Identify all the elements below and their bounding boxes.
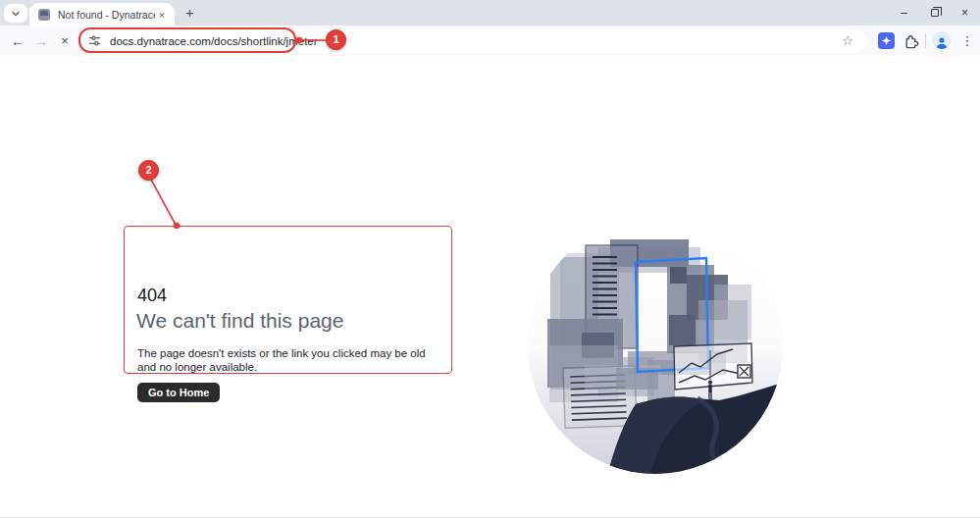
404-illustration xyxy=(523,216,788,481)
restore-icon xyxy=(931,9,939,17)
browser-menu-button[interactable]: ⋮ xyxy=(959,30,975,52)
sparkle-icon xyxy=(881,35,892,46)
profile-avatar[interactable] xyxy=(933,31,951,49)
toolbar-divider xyxy=(925,33,926,48)
window-controls: – × xyxy=(889,0,980,26)
dynatrace-favicon xyxy=(38,9,50,21)
site-settings-icon[interactable] xyxy=(88,34,101,47)
chevron-down-icon xyxy=(11,9,21,19)
tab-title: Not found - Dynatrace Docs xyxy=(58,9,155,21)
close-window-button[interactable]: × xyxy=(950,0,980,26)
tab-strip: Not found - Dynatrace Docs × + – × xyxy=(0,0,980,26)
bookmark-icon[interactable]: ☆ xyxy=(842,33,853,48)
forward-button[interactable]: → xyxy=(30,30,52,52)
back-button[interactable]: ← xyxy=(7,30,28,52)
extensions-menu-button[interactable] xyxy=(903,32,919,49)
address-bar[interactable]: docs.dynatrace.com/docs/shortlink/jmeter… xyxy=(78,28,865,53)
extension-button[interactable] xyxy=(878,32,895,49)
tab-not-found[interactable]: Not found - Dynatrace Docs × xyxy=(29,3,175,26)
go-home-button[interactable]: Go to Home xyxy=(137,383,220,402)
error-code: 404 xyxy=(137,286,167,306)
window-bottom-edge xyxy=(0,517,980,518)
stop-loading-button[interactable]: × xyxy=(54,30,76,52)
person-icon xyxy=(935,36,949,49)
new-tab-button[interactable]: + xyxy=(181,4,199,23)
url-text[interactable]: docs.dynatrace.com/docs/shortlink/jmeter xyxy=(110,35,842,47)
browser-window: Not found - Dynatrace Docs × + – × ← → ×… xyxy=(0,0,980,521)
error-heading: We can't find this page xyxy=(136,309,343,333)
tab-search-button[interactable] xyxy=(4,4,27,23)
page-content: 404 We can't find this page The page doe… xyxy=(0,56,980,517)
minimize-button[interactable]: – xyxy=(889,0,919,26)
error-message: The page doesn't exists or the link you … xyxy=(137,347,432,374)
tab-close-button[interactable]: × xyxy=(155,8,169,22)
puzzle-icon xyxy=(903,32,919,49)
restore-button[interactable] xyxy=(919,0,950,26)
